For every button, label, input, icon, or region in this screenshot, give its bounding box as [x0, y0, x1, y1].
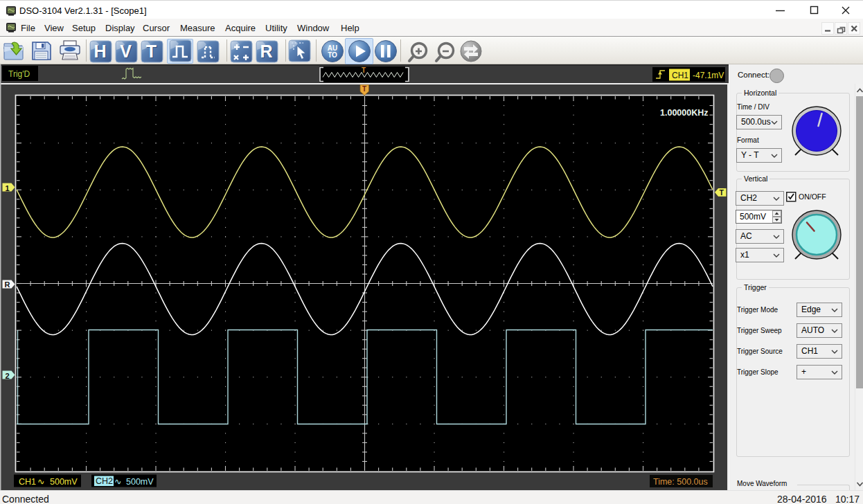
svg-text:R: R [260, 42, 272, 61]
svg-text:1: 1 [6, 184, 10, 192]
svg-text:T: T [146, 42, 157, 61]
svg-text:2: 2 [6, 372, 10, 380]
svg-text:∿: ∿ [114, 477, 121, 487]
svg-text:∿: ∿ [37, 477, 44, 487]
svg-text:Time: 500.0us: Time: 500.0us [653, 477, 708, 487]
svg-text:-47.1mV: -47.1mV [693, 71, 724, 80]
svg-text:500mV: 500mV [126, 477, 154, 487]
svg-text:CH1: CH1 [19, 477, 36, 487]
svg-text:T: T [362, 85, 366, 93]
svg-text:T: T [720, 188, 724, 197]
svg-text:TO: TO [328, 51, 337, 59]
svg-text:T: T [362, 66, 366, 74]
svg-text:R: R [5, 280, 10, 289]
svg-text:500mV: 500mV [50, 477, 78, 487]
svg-text:V: V [120, 42, 132, 61]
svg-text:CH2: CH2 [96, 476, 113, 486]
svg-text:CH1: CH1 [672, 71, 688, 80]
svg-text:H: H [94, 42, 106, 61]
svg-text:1.00000KHz: 1.00000KHz [660, 108, 709, 118]
svg-text:Trig'D: Trig'D [8, 69, 30, 79]
